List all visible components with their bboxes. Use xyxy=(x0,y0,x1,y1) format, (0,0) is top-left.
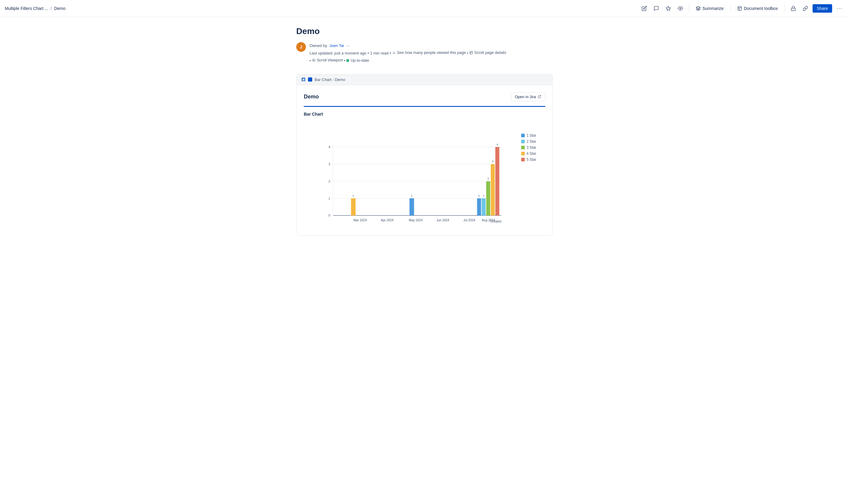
divider-3 xyxy=(784,5,785,12)
breadcrumb-sep: / xyxy=(51,6,52,11)
open-in-jira-label: Open in Jira xyxy=(515,94,536,99)
watch-button[interactable] xyxy=(675,4,685,13)
divider-2 xyxy=(730,5,731,12)
comment-icon xyxy=(654,6,659,11)
bar-aug-2star xyxy=(482,198,486,215)
label-mar-4star: 1 xyxy=(353,194,354,197)
link-icon xyxy=(802,6,808,11)
x-label-may: May 2024 xyxy=(409,218,423,221)
x-label-jun: Jun 2024 xyxy=(436,218,450,221)
viewport-icon xyxy=(312,58,315,62)
bar-mar-4star xyxy=(351,198,356,215)
chart-header-icon: 📊 xyxy=(301,77,306,82)
summarize-button[interactable]: Summarize xyxy=(693,5,727,12)
x-label-aug: Aug 2024 xyxy=(482,218,495,221)
watch-icon xyxy=(678,6,683,11)
svg-line-15 xyxy=(539,95,541,97)
bar-may-1star xyxy=(410,198,414,215)
more-icon: ··· xyxy=(837,5,842,12)
link-button[interactable] xyxy=(800,4,810,13)
doc-toolbox-icon xyxy=(737,6,742,11)
svg-point-12 xyxy=(313,60,314,61)
doc-toolbox-button[interactable]: Document toolbox xyxy=(734,5,781,12)
chart-card: 📊 Bar Chart - Demo Demo Open in Jira xyxy=(296,74,553,236)
chart-type-icon xyxy=(308,77,312,82)
svg-point-1 xyxy=(680,7,681,9)
meta-text: Owned by Joen Tai ··· Last updated: just… xyxy=(309,42,506,65)
label-aug-1star: 1 xyxy=(478,194,480,197)
lock-icon xyxy=(791,6,796,11)
sep3: • xyxy=(467,51,469,55)
scroll-details-label: Scroll page details xyxy=(474,49,506,56)
summarize-label: Summarize xyxy=(702,6,724,11)
legend-label-3star: 3 Star xyxy=(527,145,536,150)
avatar: J xyxy=(296,42,306,52)
y-tick-2: 2 xyxy=(328,179,330,183)
owner-name[interactable]: Joen Tai xyxy=(329,43,344,48)
sep4: • xyxy=(309,58,312,63)
legend-color-5star xyxy=(521,158,525,161)
sep5: • xyxy=(344,58,346,63)
owner-line: Owned by Joen Tai ··· xyxy=(309,42,506,49)
svg-rect-9 xyxy=(470,52,473,54)
y-tick-4: 4 xyxy=(328,145,330,149)
share-button[interactable]: Share xyxy=(813,4,832,13)
meta-row: J Owned by Joen Tai ··· Last updated: ju… xyxy=(296,42,553,65)
breadcrumb-parent[interactable]: Multiple Filters Chart ... xyxy=(5,6,48,11)
svg-rect-5 xyxy=(791,8,795,11)
chart-card-title: Demo xyxy=(304,94,319,100)
star-icon xyxy=(666,6,671,11)
chart-icon xyxy=(392,51,396,54)
label-may-1star: 1 xyxy=(411,194,413,197)
lock-button[interactable] xyxy=(789,4,798,13)
edit-button[interactable] xyxy=(639,4,649,13)
view-link[interactable]: See how many people viewed this page xyxy=(392,49,466,56)
status-dot xyxy=(346,59,349,62)
legend-label-5star: 5 Star xyxy=(527,158,536,162)
comment-button[interactable] xyxy=(651,4,661,13)
legend-color-2star xyxy=(521,140,525,143)
scroll-details-link[interactable]: Scroll page details xyxy=(469,49,506,56)
legend-label-2star: 2 Star xyxy=(527,139,536,144)
legend-color-3star xyxy=(521,146,525,149)
bar-chart-wrapper: Issue Count 4 3 2 xyxy=(304,121,545,231)
last-updated: Last updated: just a moment ago xyxy=(309,51,366,55)
bar-aug-1star xyxy=(477,198,481,215)
scroll-icon xyxy=(469,51,473,54)
star-button[interactable] xyxy=(664,4,673,13)
bar-aug-5star xyxy=(495,147,499,215)
legend-item-2star: 2 Star xyxy=(521,139,545,144)
summarize-icon xyxy=(696,6,701,11)
sep1: • xyxy=(367,51,370,55)
y-tick-1: 1 xyxy=(328,197,330,200)
bar-aug-4star xyxy=(491,164,495,216)
owner-more[interactable]: ··· xyxy=(346,43,349,48)
status-line: • Scroll Viewport • Up-to-date xyxy=(309,57,506,64)
bar-chart-section: Bar Chart Issue Count 4 xyxy=(304,112,545,231)
scroll-viewport-link[interactable]: Scroll Viewport xyxy=(312,57,343,64)
x-label-apr: Apr 2024 xyxy=(381,218,394,221)
status-label: Up-to-date xyxy=(350,57,369,64)
legend-label-4star: 4 Star xyxy=(527,151,536,156)
x-label-jul: Jul 2024 xyxy=(463,218,475,221)
y-tick-0: 0 xyxy=(328,214,330,217)
label-aug-4star: 3 xyxy=(492,160,493,163)
legend-color-4star xyxy=(521,152,525,155)
svg-marker-0 xyxy=(666,6,671,10)
more-button[interactable]: ··· xyxy=(834,4,844,13)
topbar: Multiple Filters Chart ... / Demo xyxy=(0,0,849,17)
open-in-jira-button[interactable]: Open in Jira xyxy=(511,92,545,101)
bar-chart-title: Bar Chart xyxy=(304,112,545,116)
blue-accent-bar xyxy=(304,106,545,107)
sep2: • xyxy=(390,51,392,55)
svg-text:📊: 📊 xyxy=(302,78,305,81)
bar-chart-svg: Issue Count 4 3 2 xyxy=(304,121,516,230)
legend-item-4star: 4 Star xyxy=(521,151,545,156)
doc-toolbox-label: Document toolbox xyxy=(744,6,778,11)
label-aug-2star: 1 xyxy=(483,194,484,197)
chart-legend: 1 Star 2 Star 3 Star 4 Star xyxy=(521,121,545,231)
breadcrumb: Multiple Filters Chart ... / Demo xyxy=(5,6,65,11)
svg-rect-2 xyxy=(738,7,742,10)
bar-aug-3star xyxy=(486,181,490,215)
legend-color-1star xyxy=(521,134,525,137)
